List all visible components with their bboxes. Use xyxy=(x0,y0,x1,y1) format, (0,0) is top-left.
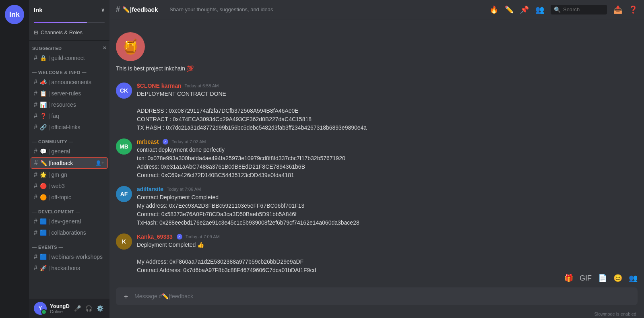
channel-official-links[interactable]: # 🔗 | official-links xyxy=(31,122,108,132)
help-icon[interactable]: ❓ xyxy=(629,5,638,14)
hash-icon: # xyxy=(34,194,37,201)
message-group: MB mrbeast ✓ Today at 7:02 AM contract d… xyxy=(116,138,638,180)
sticker-icon[interactable]: 📄 xyxy=(598,274,607,283)
user-status: Online xyxy=(50,309,70,314)
channel-collaborations[interactable]: # 🟦 | collaborations xyxy=(31,227,108,238)
msg-header: Kanka_69333 ✓ Today at 7:09 AM xyxy=(137,233,638,240)
main-content: # ✏️|feedback Share your thoughts, sugge… xyxy=(109,0,644,318)
search-box[interactable]: 🔍 xyxy=(551,5,607,14)
msg-content: adilfarsite Today at 7:06 AM Contract De… xyxy=(137,186,638,227)
gif-icon[interactable]: GIF xyxy=(580,274,592,283)
hash-icon: # xyxy=(34,101,37,108)
section-development: — DEVELOPMENT — xyxy=(29,203,109,216)
channel-sidebar: Ink ∨ ⊞ Channels & Roles SUGGESTED ✕ # 🔒… xyxy=(29,0,109,318)
msg-time: Today at 7:06 AM xyxy=(167,187,201,192)
server-header[interactable]: Ink ∨ xyxy=(29,0,109,20)
msg-header: adilfarsite Today at 7:06 AM xyxy=(137,186,638,192)
search-input[interactable] xyxy=(563,6,604,12)
channel-off-topic[interactable]: # 🟠 | off-topic xyxy=(31,192,108,202)
msg-header: $CLONE karman Today at 6:58 AM xyxy=(137,83,638,89)
message-group: AF adilfarsite Today at 7:06 AM Contract… xyxy=(116,186,638,227)
hash-icon: # xyxy=(34,54,37,62)
msg-username: adilfarsite xyxy=(137,186,163,192)
pin-icon[interactable]: 📌 xyxy=(520,5,529,14)
avatar: K xyxy=(116,233,132,250)
msg-header: mrbeast ✓ Today at 7:02 AM xyxy=(137,138,638,145)
channels-roles-button[interactable]: ⊞ Channels & Roles xyxy=(29,26,109,39)
msg-text: DEPLOYMENT CONTRACT DONE ADDRESS : 0xc08… xyxy=(137,90,638,132)
hash-icon: # xyxy=(34,182,37,190)
edit-icon[interactable]: ✏️ xyxy=(505,5,514,14)
channel-emoji: 📣 xyxy=(40,79,47,85)
settings-button[interactable]: ⚙️ xyxy=(95,304,105,313)
hash-icon: # xyxy=(34,90,37,97)
channel-emoji: 🟦 xyxy=(40,254,47,260)
msg-username: Kanka_69333 xyxy=(137,233,173,240)
msg-content: mrbeast ✓ Today at 7:02 AM contract depl… xyxy=(137,138,638,180)
channel-server-rules[interactable]: # 📋 | server-rules xyxy=(31,88,108,99)
msg-content: $CLONE karman Today at 6:58 AM DEPLOYMEN… xyxy=(137,83,638,132)
inbox-icon[interactable]: 📥 xyxy=(613,5,622,14)
avatar: AF xyxy=(116,186,132,202)
channel-dev-general[interactable]: # 🟦 | dev-general xyxy=(31,216,108,227)
channel-emoji: 🌟 xyxy=(40,171,47,178)
channel-label: | faq xyxy=(48,113,59,119)
channel-resources[interactable]: # 📊 | resources xyxy=(31,99,108,110)
server-sidebar: Ink xyxy=(0,0,29,318)
members-icon[interactable]: 👥 xyxy=(535,5,544,14)
message-input[interactable] xyxy=(134,293,631,299)
hash-icon: # xyxy=(34,78,37,86)
channel-hackathons[interactable]: # 🚀 | hackathons xyxy=(31,263,108,273)
people-icon[interactable]: 👥 xyxy=(629,274,638,283)
add-member-icon[interactable]: 👤+ xyxy=(95,160,104,166)
channel-faq[interactable]: # ❓ | faq xyxy=(31,111,108,121)
progress-bar-fill xyxy=(34,22,87,23)
msg-time: Today at 7:02 AM xyxy=(171,139,206,144)
top-bar: # ✏️|feedback Share your thoughts, sugge… xyxy=(109,0,644,19)
channel-guild-connect[interactable]: # 🔒 | guild-connect xyxy=(31,53,108,63)
hash-icon: # xyxy=(34,171,37,178)
verified-badge: ✓ xyxy=(177,234,182,240)
channel-announcements[interactable]: # 📣 | announcements xyxy=(31,77,108,87)
channel-label: | resources xyxy=(48,101,76,108)
message-input-area: ＋ xyxy=(109,283,644,312)
hash-icon: # xyxy=(34,253,37,260)
user-controls: 🎤 🎧 ⚙️ xyxy=(73,304,105,313)
section-events: — EVENTS — xyxy=(29,238,109,251)
channel-intro: 🍯 This is best project inkchain 💯 xyxy=(116,26,638,83)
top-bar-icons: 🔥 ✏️ 📌 👥 🔍 📥 ❓ xyxy=(489,5,638,14)
channel-label: | off-topic xyxy=(48,194,71,200)
close-suggested-icon[interactable]: ✕ xyxy=(103,45,107,51)
channel-webinars-workshops[interactable]: # 🟦 | webinars-workshops xyxy=(31,252,108,262)
emoji-icon[interactable]: 😊 xyxy=(613,274,622,283)
progress-bar xyxy=(34,22,105,23)
mute-button[interactable]: 🎤 xyxy=(73,304,83,313)
channel-intro-avatar: 🍯 xyxy=(116,32,145,61)
channel-emoji: ❓ xyxy=(40,113,47,119)
channel-feedback[interactable]: # ✏️ |feedback 👤+ xyxy=(31,157,108,169)
channel-general[interactable]: # 💬 | general xyxy=(31,146,108,157)
messages-area[interactable]: 🍯 This is best project inkchain 💯 CK $CL… xyxy=(109,19,644,272)
channel-label: | webinars-workshops xyxy=(48,254,103,260)
boost-icon[interactable]: 🔥 xyxy=(489,5,498,14)
server-icon[interactable]: Ink xyxy=(5,5,24,24)
msg-text: contract deployment done perfectly txn: … xyxy=(137,146,638,180)
channel-label: | general xyxy=(48,148,70,155)
add-attachment-icon[interactable]: ＋ xyxy=(122,291,130,301)
channels-roles-label: Channels & Roles xyxy=(41,29,83,35)
channel-web3[interactable]: # 🔴 | web3 xyxy=(31,181,108,191)
msg-text: Contract Deployment Completed My address… xyxy=(137,193,638,227)
bottom-right-toolbar: 🎁 GIF 📄 😊 👥 xyxy=(109,272,644,283)
gift-icon[interactable]: 🎁 xyxy=(564,274,573,283)
message-group: K Kanka_69333 ✓ Today at 7:09 AM Deploym… xyxy=(116,233,638,272)
intro-text: This is best project inkchain 💯 xyxy=(116,64,194,73)
deafen-button[interactable]: 🎧 xyxy=(84,304,94,313)
channel-emoji: 🟠 xyxy=(40,194,47,200)
channel-label: | official-links xyxy=(48,124,80,130)
channel-hash-icon: # xyxy=(116,5,120,14)
channel-emoji: 🚀 xyxy=(40,265,47,271)
channel-name-label: ✏️|feedback xyxy=(122,6,158,13)
channel-label: | announcements xyxy=(48,79,91,85)
channel-gm-gn[interactable]: # 🌟 | gm-gn xyxy=(31,169,108,180)
msg-time: Today at 6:58 AM xyxy=(184,83,219,88)
